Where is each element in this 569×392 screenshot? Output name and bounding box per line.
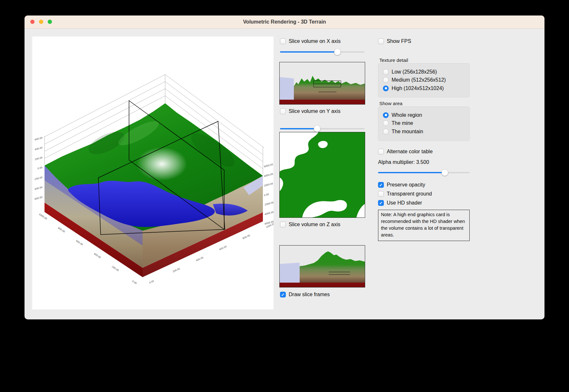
use-hd-shader-label: Use HD shader <box>387 200 422 206</box>
texture-detail-group: Low (256x128x256) Medium (512x256x512) H… <box>378 63 470 97</box>
slice-z-label: Slice volume on Z axis <box>289 222 340 227</box>
show-fps-row: Show FPS <box>378 37 411 45</box>
texture-medium-radio[interactable] <box>383 77 389 83</box>
draw-slice-frames-label: Draw slice frames <box>289 292 330 297</box>
area-option-whole-region: Whole region <box>383 111 469 119</box>
preserve-opacity-checkbox[interactable] <box>378 182 384 188</box>
show-area-title: Show area <box>379 101 403 106</box>
texture-option-high: High (1024x512x1024) <box>383 84 469 93</box>
transparent-ground-row: Transparent ground <box>378 190 432 198</box>
svg-text:1000.00: 1000.00 <box>38 213 48 220</box>
texture-option-low: Low (256x128x256) <box>383 68 469 76</box>
area-option-the-mountain: The mountain <box>383 127 469 136</box>
svg-text:800.00: 800.00 <box>57 227 65 233</box>
texture-detail-title: Texture detail <box>379 57 408 63</box>
show-area-group: Whole region The mine The mountain <box>378 106 470 141</box>
slice-y-slider[interactable] <box>280 126 364 132</box>
terrain-peak-highlight <box>137 147 187 181</box>
zoom-button[interactable] <box>48 20 52 24</box>
slice-z-row: Slice volume on Z axis <box>280 221 340 228</box>
svg-text:200.00: 200.00 <box>172 267 181 273</box>
close-button[interactable] <box>30 20 35 24</box>
z-slice-preview <box>279 245 365 287</box>
svg-text:2000.00: 2000.00 <box>264 182 273 187</box>
terrain-3d-render: 600.00400.00200.000.00-200.00-400.00-600… <box>32 36 274 309</box>
terrain-3d-view[interactable]: 600.00400.00200.000.00-200.00-400.00-600… <box>32 36 274 309</box>
svg-text:6000.00: 6000.00 <box>264 163 273 168</box>
svg-text:400.00: 400.00 <box>195 256 204 262</box>
svg-text:-4000.00: -4000.00 <box>264 211 274 216</box>
svg-text:0.00: 0.00 <box>149 280 155 284</box>
slice-y-row: Slice volume on Y axis <box>280 107 340 115</box>
x-slice-preview <box>279 62 365 105</box>
svg-text:4000.00: 4000.00 <box>264 173 273 177</box>
slice-x-checkbox[interactable] <box>280 38 286 44</box>
draw-slice-frames-checkbox[interactable] <box>280 292 286 297</box>
svg-text:-600.00: -600.00 <box>34 196 43 201</box>
svg-text:400.00: 400.00 <box>93 253 101 259</box>
show-fps-label: Show FPS <box>387 38 411 44</box>
svg-text:600.00: 600.00 <box>35 136 43 141</box>
transparent-ground-checkbox[interactable] <box>378 191 384 197</box>
svg-text:0.00: 0.00 <box>264 193 269 197</box>
slider-fill <box>378 172 445 173</box>
slice-x-slider[interactable] <box>280 49 364 55</box>
texture-high-label: High (1024x512x1024) <box>392 85 444 91</box>
svg-text:-400.00: -400.00 <box>34 186 43 191</box>
desktop: { "window": { "title": "Volumetric Rende… <box>0 0 569 392</box>
minimize-button[interactable] <box>39 20 43 24</box>
y-slice-preview <box>279 132 365 218</box>
texture-high-radio[interactable] <box>383 85 389 91</box>
svg-text:0.00: 0.00 <box>37 166 43 170</box>
alternate-color-table-row: Alternate color table <box>378 148 433 156</box>
svg-text:800.00: 800.00 <box>242 234 251 240</box>
alpha-multiplier-label: Alpha multiplier: 3.500 <box>378 159 429 165</box>
slice-y-label: Slice volume on Y axis <box>289 108 340 114</box>
slice-y-checkbox[interactable] <box>280 108 286 114</box>
use-hd-shader-checkbox[interactable] <box>378 200 384 206</box>
svg-text:0.00: 0.00 <box>132 280 137 285</box>
alternate-color-table-checkbox[interactable] <box>378 149 384 155</box>
svg-text:200.00: 200.00 <box>111 266 119 272</box>
options-column: Show FPS Texture detail Low (256x128x256… <box>378 15 470 22</box>
svg-text:400.00: 400.00 <box>35 146 43 151</box>
show-fps-checkbox[interactable] <box>378 38 384 44</box>
area-the-mine-radio[interactable] <box>383 120 389 126</box>
area-the-mountain-label: The mountain <box>392 129 423 135</box>
area-whole-region-radio[interactable] <box>383 112 389 118</box>
slice-controls-column: Slice volume on X axis <box>279 15 365 35</box>
preserve-opacity-row: Preserve opacity <box>378 181 425 189</box>
texture-low-label: Low (256x128x256) <box>392 69 437 75</box>
texture-medium-label: Medium (512x256x512) <box>392 77 446 83</box>
slider-fill <box>280 128 317 129</box>
texture-option-medium: Medium (512x256x512) <box>383 76 469 85</box>
slider-thumb[interactable] <box>442 169 448 176</box>
app-window: Volumetric Rendering - 3D Terrain <box>25 15 544 319</box>
area-the-mine-label: The mine <box>392 120 413 126</box>
slice-x-row: Slice volume on X axis <box>280 37 341 45</box>
area-the-mountain-radio[interactable] <box>383 129 389 135</box>
svg-text:-200.00: -200.00 <box>34 176 43 181</box>
texture-low-radio[interactable] <box>383 69 389 75</box>
svg-text:200.00: 200.00 <box>35 156 43 161</box>
use-hd-shader-row: Use HD shader <box>378 199 422 207</box>
alpha-multiplier-slider[interactable] <box>378 169 470 176</box>
slice-z-checkbox[interactable] <box>280 222 286 227</box>
slice-x-label: Slice volume on X axis <box>289 38 341 44</box>
slider-thumb[interactable] <box>334 49 341 55</box>
hd-shader-note: Note: A high end graphics card is recomm… <box>378 210 470 241</box>
transparent-ground-label: Transparent ground <box>387 191 432 197</box>
slider-thumb[interactable] <box>314 126 320 132</box>
slider-fill <box>280 51 337 53</box>
draw-slice-frames-row: Draw slice frames <box>280 291 330 298</box>
alternate-color-table-label: Alternate color table <box>387 149 433 155</box>
svg-text:-2000.00: -2000.00 <box>264 201 274 206</box>
preserve-opacity-label: Preserve opacity <box>387 182 425 188</box>
svg-text:600.00: 600.00 <box>219 245 227 251</box>
area-option-the-mine: The mine <box>383 119 469 128</box>
svg-text:600.00: 600.00 <box>75 240 84 246</box>
area-whole-region-label: Whole region <box>392 112 422 118</box>
